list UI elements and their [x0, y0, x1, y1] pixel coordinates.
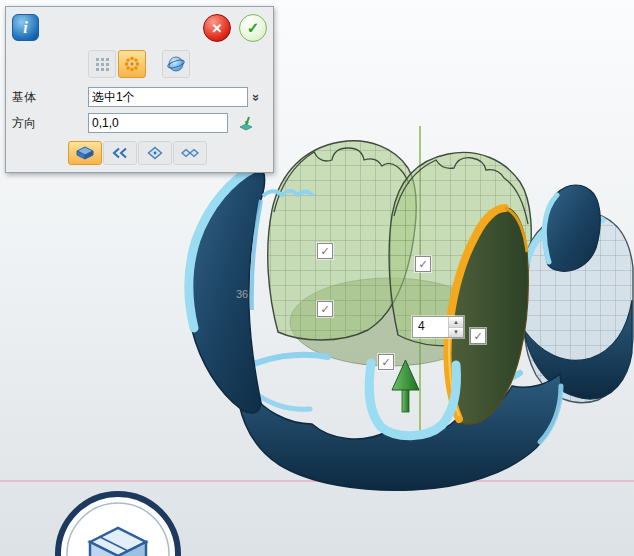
base-body-row: 基体 »	[6, 84, 273, 110]
feature-checkbox-5[interactable]: ✓	[378, 354, 394, 370]
info-icon[interactable]: i	[12, 14, 39, 41]
reverse-direction-button[interactable]	[103, 141, 137, 165]
spin-up-button[interactable]: ▲	[449, 317, 463, 328]
pick-direction-icon	[238, 115, 254, 131]
feature-checkbox-1[interactable]: ✓	[317, 243, 333, 259]
check-mark: ✓	[473, 331, 482, 342]
spacing-option-button[interactable]	[138, 141, 172, 165]
cancel-button[interactable]: ✕	[203, 14, 231, 42]
dialog-bottom-toolbar	[6, 136, 273, 172]
confirm-button[interactable]: ✓	[239, 14, 267, 42]
pattern-command-dialog: i ✕ ✓	[5, 6, 274, 173]
dot-grid-icon	[94, 56, 110, 72]
model-petal-front-rim	[369, 363, 456, 436]
dialog-toolbar	[6, 48, 273, 84]
pick-direction-button[interactable]	[238, 115, 254, 131]
check-mark: ✓	[320, 246, 329, 257]
sphere-icon	[167, 55, 185, 73]
base-body-input[interactable]	[88, 87, 248, 107]
direction-arrow-manipulator[interactable]	[392, 360, 419, 412]
pattern-grid-button[interactable]	[88, 50, 116, 78]
direction-label: 方向	[12, 115, 88, 132]
dialog-header: i ✕ ✓	[6, 7, 273, 48]
count-value[interactable]: 4	[413, 317, 448, 337]
diamond-icon	[145, 146, 165, 160]
bricks-icon	[74, 145, 96, 161]
feature-checkbox-4[interactable]: ✓	[470, 328, 486, 344]
check-mark: ✓	[320, 304, 329, 315]
symmetry-option-button[interactable]	[173, 141, 207, 165]
double-chevron-icon	[110, 146, 130, 160]
check-icon: ✓	[247, 19, 260, 37]
pattern-sphere-button[interactable]	[162, 50, 190, 78]
check-mark: ✓	[418, 259, 427, 270]
check-mark: ✓	[381, 357, 390, 368]
feature-checkbox-3[interactable]: ✓	[415, 256, 431, 272]
dimension-label: 36	[236, 288, 248, 300]
direction-row: 方向	[6, 110, 273, 136]
spin-down-button[interactable]: ▼	[449, 328, 463, 338]
pattern-circular-button[interactable]	[118, 50, 146, 78]
base-body-label: 基体	[12, 89, 88, 106]
catalog-logo-badge[interactable]	[42, 484, 202, 556]
double-diamond-icon	[180, 146, 200, 160]
cad-viewport-window: ✓ ✓ ✓ ✓ ✓ 4 ▲ ▼ 36 i ✕ ✓	[0, 0, 634, 556]
spinner-buttons: ▲ ▼	[448, 317, 463, 337]
direction-input[interactable]	[88, 113, 228, 133]
count-spinner[interactable]: 4 ▲ ▼	[412, 316, 464, 338]
close-icon: ✕	[212, 21, 223, 36]
feature-checkbox-2[interactable]: ✓	[317, 301, 333, 317]
expand-chevron-icon[interactable]: »	[250, 93, 263, 100]
dot-ring-icon	[124, 56, 140, 72]
pattern-feature-button[interactable]	[68, 141, 102, 165]
